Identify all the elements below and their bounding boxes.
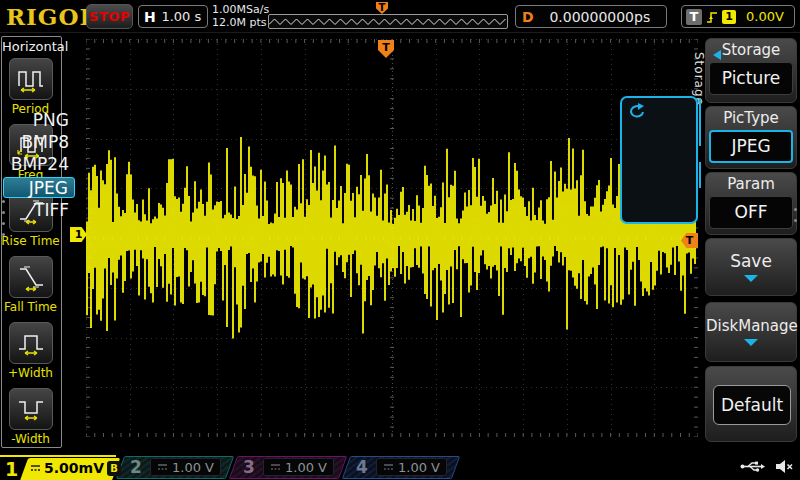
timebase-value: 1.00 s — [156, 9, 207, 24]
popup-connector-line — [699, 162, 701, 188]
down-arrow-icon — [744, 339, 758, 346]
rising-edge-icon — [705, 9, 719, 25]
softkey-value-picture: Picture — [709, 62, 793, 95]
ch1-ground-marker[interactable]: 1 — [70, 227, 87, 242]
measure-item-label: +Width — [0, 366, 61, 380]
period-icon — [9, 58, 53, 100]
timebase-box[interactable]: H 1.00 s — [138, 5, 208, 28]
popup-item-bmp24[interactable]: BMP24 — [3, 154, 75, 175]
softkey-value-jpeg: JPEG — [709, 130, 793, 163]
trigger-box[interactable]: T 1 0.00V — [681, 5, 795, 28]
page-dot — [2, 222, 5, 225]
channel-scale: 5.00mV — [44, 460, 104, 476]
down-arrow-icon — [744, 275, 758, 282]
channel-number: 2 — [130, 457, 142, 477]
preview-waveform — [269, 15, 507, 28]
run-state-badge[interactable]: STOP — [86, 4, 133, 29]
softkey-value-off: OFF — [709, 196, 793, 229]
measure-item-neg-width[interactable]: -Width — [0, 388, 61, 446]
delay-box[interactable]: D 0.00000000ps — [515, 5, 667, 28]
speaker-muted-icon — [774, 459, 794, 474]
popup-connector-line — [699, 98, 701, 146]
popup-item-bmp8[interactable]: BMP8 — [3, 132, 75, 153]
measure-item-period[interactable]: Period — [0, 58, 61, 116]
bandwidth-badge: B — [107, 461, 121, 476]
measure-menu-title: Horizontal — [2, 39, 61, 54]
sample-rate: 1.00MSa/s — [212, 3, 269, 16]
softkey-label: Save — [706, 251, 796, 271]
channel-scale: 1.00 V — [285, 460, 327, 475]
channel-3-status[interactable]: 3 1.00 V — [233, 455, 343, 480]
trigger-level-value: 0.00V — [736, 9, 794, 24]
trigger-source-badge: 1 — [722, 10, 736, 24]
channel-2-status[interactable]: 2 1.00 V — [120, 455, 230, 480]
measure-item-label: Rise Time — [0, 234, 61, 248]
storage-menu: Storage Picture PicType JPEG Param OFF S… — [703, 36, 799, 456]
softkey-label: DiskManage — [706, 317, 796, 335]
channel-scale: 1.00 V — [398, 460, 440, 475]
channel-number: 3 — [243, 457, 255, 477]
measure-item-label: -Width — [0, 432, 61, 446]
softkey-header: PicType — [706, 107, 796, 130]
channel-number: 1 — [5, 458, 18, 480]
page-dot — [2, 233, 5, 236]
scope-graticule — [86, 39, 698, 437]
delay-label: D — [522, 9, 534, 25]
rotate-knob-icon — [628, 102, 648, 120]
dc-coupling-icon — [270, 463, 281, 472]
oscilloscope-screen: RIGOL STOP H 1.00 s 1.00MSa/s 12.0M pts … — [0, 0, 800, 480]
popup-item-png[interactable]: PNG — [3, 110, 75, 131]
softkey-diskmanage[interactable]: DiskManage — [705, 302, 797, 362]
softkey-save[interactable]: Save — [705, 238, 797, 296]
dc-coupling-icon — [30, 464, 41, 473]
pos-width-icon — [9, 322, 53, 364]
channel-1-status[interactable]: 1 5.00mV B — [0, 455, 116, 480]
measure-item-pos-width[interactable]: +Width — [0, 322, 61, 380]
trigger-label: T — [686, 9, 702, 25]
channel-scale: 1.00 V — [172, 460, 214, 475]
waveform-preview-bar[interactable] — [268, 14, 508, 29]
page-dot — [794, 208, 797, 211]
delay-value: 0.00000000ps — [534, 9, 666, 25]
trigger-position-mini-marker[interactable]: T — [376, 2, 388, 14]
timebase-label: H — [144, 9, 156, 25]
ch1-waveform — [87, 137, 695, 339]
measure-item-fall-time[interactable]: Fall Time — [0, 256, 61, 314]
measure-item-label: Fall Time — [0, 300, 61, 314]
softkey-header: Param — [706, 173, 796, 196]
left-arrow-icon — [713, 50, 721, 60]
dc-coupling-icon — [157, 463, 168, 472]
popup-item-jpeg[interactable]: JPEG — [3, 177, 75, 198]
channel-status-bar: 1 5.00mV B 2 1.00 V — [0, 455, 800, 480]
popup-item-tiff[interactable]: TIFF — [3, 200, 75, 221]
default-button[interactable]: Default — [713, 385, 791, 425]
rigol-logo: RIGOL — [6, 3, 97, 30]
dc-coupling-icon — [383, 463, 394, 472]
top-status-bar: RIGOL STOP H 1.00 s 1.00MSa/s 12.0M pts … — [0, 0, 800, 33]
channel-number: 4 — [356, 457, 368, 477]
neg-width-icon — [9, 388, 53, 430]
softkey-default-cell[interactable]: Default — [705, 366, 797, 442]
softkey-pictype[interactable]: PicType JPEG — [705, 106, 797, 169]
usb-icon — [740, 460, 766, 473]
channel-4-status[interactable]: 4 1.00 V — [346, 455, 456, 480]
fall-time-icon — [9, 256, 53, 298]
softkey-param[interactable]: Param OFF — [705, 172, 797, 235]
softkey-storage[interactable]: Storage Picture — [705, 38, 797, 103]
page-dot — [794, 219, 797, 222]
pictype-popup — [620, 96, 698, 224]
acquisition-info: 1.00MSa/s 12.0M pts — [212, 3, 269, 29]
memory-depth: 12.0M pts — [212, 16, 269, 29]
